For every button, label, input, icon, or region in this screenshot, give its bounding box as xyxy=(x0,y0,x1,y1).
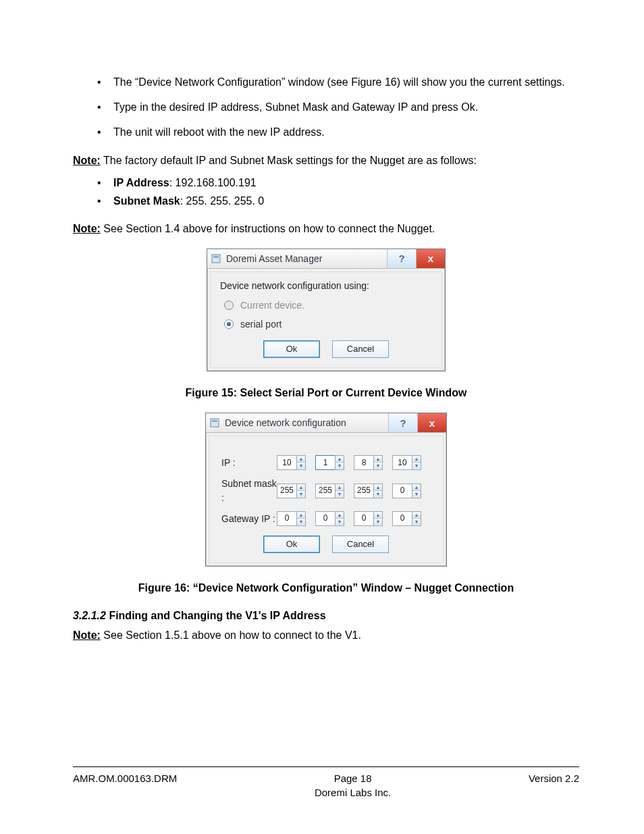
dialog2-buttons: Ok Cancel xyxy=(221,536,431,553)
label-ip: IP : xyxy=(221,456,277,469)
mask-octet-3[interactable]: 255▲▼ xyxy=(354,484,383,498)
section-number: 3.2.1.2 xyxy=(73,610,109,621)
dialog1-title: Doremi Asset Manager xyxy=(225,249,387,268)
radio-current-device[interactable]: Current device. xyxy=(224,298,432,312)
spin-buttons[interactable]: ▲▼ xyxy=(373,511,383,526)
spin-value[interactable]: 8 xyxy=(354,455,373,470)
spin-buttons[interactable]: ▲▼ xyxy=(412,484,421,498)
gw-octet-4[interactable]: 0▲▼ xyxy=(392,511,421,526)
spin-down-icon[interactable]: ▼ xyxy=(297,463,305,469)
spin-value[interactable]: 255 xyxy=(277,484,296,498)
spin-up-icon[interactable]: ▲ xyxy=(297,484,305,491)
row-ip: IP : 10▲▼ 1▲▼ 8▲▼ 10▲▼ xyxy=(221,455,431,470)
spin-up-icon[interactable]: ▲ xyxy=(336,512,344,519)
footer-company: Doremi Labs Inc. xyxy=(315,785,391,800)
spin-value[interactable]: 0 xyxy=(315,511,335,526)
ip-octet-4[interactable]: 10▲▼ xyxy=(392,455,421,470)
spin-up-icon[interactable]: ▲ xyxy=(297,512,305,519)
note-label: Note: xyxy=(73,629,101,641)
section-heading: 3.2.1.2 Finding and Changing the V1's IP… xyxy=(73,608,579,623)
bullet-item: The unit will reboot with the new IP add… xyxy=(73,124,579,140)
titlebar: Device network configuration ? x xyxy=(206,413,446,433)
dialog2-title: Device network configuration xyxy=(223,413,388,432)
spin-buttons[interactable]: ▲▼ xyxy=(335,455,344,470)
spin-buttons[interactable]: ▲▼ xyxy=(335,484,344,498)
spin-value[interactable]: 0 xyxy=(392,484,412,498)
spin-down-icon[interactable]: ▼ xyxy=(297,519,305,525)
spin-buttons[interactable]: ▲▼ xyxy=(296,455,306,470)
note-label: Note: xyxy=(73,223,101,234)
spin-up-icon[interactable]: ▲ xyxy=(412,456,421,463)
radio-serial-port[interactable]: serial port xyxy=(224,317,432,331)
cancel-button[interactable]: Cancel xyxy=(332,340,389,358)
groupbox-title: Device network configuration using: xyxy=(220,279,432,292)
ip-octet-2[interactable]: 1▲▼ xyxy=(315,455,344,470)
note-text: The factory default IP and Subnet Mask s… xyxy=(101,155,477,166)
spin-down-icon[interactable]: ▼ xyxy=(336,519,344,525)
spin-buttons[interactable]: ▲▼ xyxy=(373,484,383,498)
help-button[interactable]: ? xyxy=(388,413,417,432)
spin-up-icon[interactable]: ▲ xyxy=(336,456,344,463)
dialog1-body: Device network configuration using: Curr… xyxy=(210,271,442,368)
spin-up-icon[interactable]: ▲ xyxy=(297,456,305,463)
spin-value[interactable]: 1 xyxy=(315,455,335,470)
note-factory-defaults: Note: The factory default IP and Subnet … xyxy=(73,153,579,168)
note-text: See Section 1.4 above for instructions o… xyxy=(101,223,435,234)
spin-buttons[interactable]: ▲▼ xyxy=(296,511,306,526)
bullet-item: The “Device Network Configuration” windo… xyxy=(73,74,579,90)
document-page: The “Device Network Configuration” windo… xyxy=(0,0,644,834)
row-subnet: Subnet mask : 255▲▼ 255▲▼ 255▲▼ 0▲▼ xyxy=(221,477,431,504)
page-footer: AMR.OM.000163.DRM Page 18 Doremi Labs In… xyxy=(73,766,579,801)
spin-buttons[interactable]: ▲▼ xyxy=(412,455,421,470)
spin-down-icon[interactable]: ▼ xyxy=(336,491,344,497)
spin-up-icon[interactable]: ▲ xyxy=(412,484,421,491)
spin-buttons[interactable]: ▲▼ xyxy=(296,484,306,498)
dialog1-wrap: Doremi Asset Manager ? x Device network … xyxy=(73,249,579,371)
spin-value[interactable]: 255 xyxy=(354,484,373,498)
spin-buttons[interactable]: ▲▼ xyxy=(373,455,383,470)
spin-up-icon[interactable]: ▲ xyxy=(336,484,344,491)
footer-left: AMR.OM.000163.DRM xyxy=(73,771,177,801)
spin-up-icon[interactable]: ▲ xyxy=(374,484,382,491)
mask-octet-2[interactable]: 255▲▼ xyxy=(315,484,344,498)
spin-up-icon[interactable]: ▲ xyxy=(412,512,421,519)
spin-value[interactable]: 10 xyxy=(392,455,412,470)
spin-down-icon[interactable]: ▼ xyxy=(374,463,382,469)
spin-up-icon[interactable]: ▲ xyxy=(374,512,382,519)
spin-down-icon[interactable]: ▼ xyxy=(412,519,421,525)
spin-down-icon[interactable]: ▼ xyxy=(374,519,382,525)
spin-buttons[interactable]: ▲▼ xyxy=(335,511,344,526)
svg-rect-0 xyxy=(212,255,220,263)
gw-octet-3[interactable]: 0▲▼ xyxy=(354,511,383,526)
cancel-button[interactable]: Cancel xyxy=(332,536,389,553)
row-gateway: Gateway IP : 0▲▼ 0▲▼ 0▲▼ 0▲▼ xyxy=(221,511,431,526)
spin-down-icon[interactable]: ▼ xyxy=(297,491,305,497)
ip-octet-3[interactable]: 8▲▼ xyxy=(354,455,383,470)
spin-down-icon[interactable]: ▼ xyxy=(336,463,344,469)
gw-octet-1[interactable]: 0▲▼ xyxy=(277,511,306,526)
spin-value[interactable]: 0 xyxy=(277,511,296,526)
close-button[interactable]: x xyxy=(417,413,446,432)
close-button[interactable]: x xyxy=(416,249,445,268)
app-icon xyxy=(207,249,225,268)
dialog1-buttons: Ok Cancel xyxy=(220,340,432,358)
gw-octet-2[interactable]: 0▲▼ xyxy=(315,511,344,526)
spin-down-icon[interactable]: ▼ xyxy=(412,491,421,497)
spin-value[interactable]: 255 xyxy=(315,484,335,498)
ip-octet-1[interactable]: 10▲▼ xyxy=(277,455,306,470)
spin-down-icon[interactable]: ▼ xyxy=(412,463,421,469)
spin-down-icon[interactable]: ▼ xyxy=(374,491,382,497)
spin-up-icon[interactable]: ▲ xyxy=(374,456,382,463)
spin-buttons[interactable]: ▲▼ xyxy=(412,511,421,526)
spin-value[interactable]: 10 xyxy=(277,455,296,470)
help-button[interactable]: ? xyxy=(387,249,416,268)
spin-value[interactable]: 0 xyxy=(392,511,412,526)
dialog2-body: IP : 10▲▼ 1▲▼ 8▲▼ 10▲▼ Subnet mask : 255… xyxy=(209,436,444,563)
label-gateway: Gateway IP : xyxy=(221,512,277,525)
mask-octet-1[interactable]: 255▲▼ xyxy=(277,484,306,498)
svg-rect-3 xyxy=(212,420,217,422)
ok-button[interactable]: Ok xyxy=(263,340,320,358)
ok-button[interactable]: Ok xyxy=(263,536,320,553)
mask-octet-4[interactable]: 0▲▼ xyxy=(392,484,421,498)
spin-value[interactable]: 0 xyxy=(354,511,373,526)
